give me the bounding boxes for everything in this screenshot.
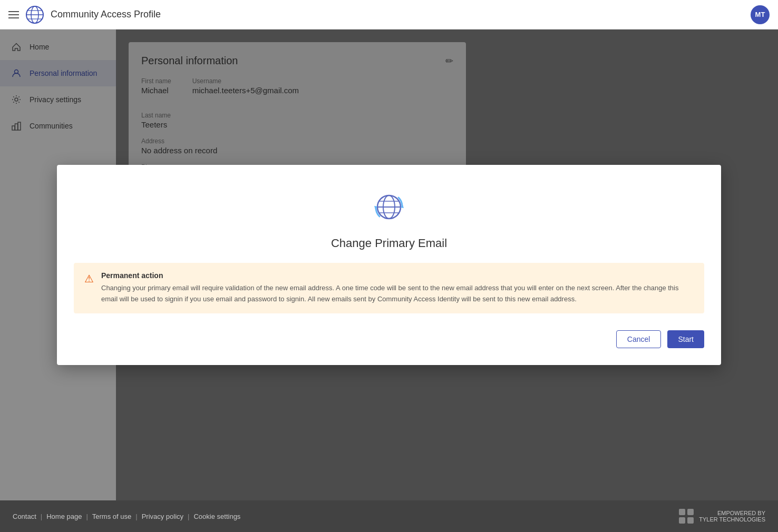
svg-rect-20 (687, 517, 694, 524)
user-avatar[interactable]: MT (751, 5, 770, 24)
menu-button[interactable] (8, 11, 19, 18)
cancel-button[interactable]: Cancel (616, 330, 662, 348)
footer-link-privacy[interactable]: Privacy policy (142, 513, 183, 520)
header-left: Community Access Profile (8, 5, 161, 24)
warning-icon: ⚠ (84, 272, 94, 305)
app-title: Community Access Profile (51, 9, 161, 20)
svg-rect-17 (679, 509, 685, 515)
modal-actions: Cancel Start (74, 330, 704, 348)
app-header: Community Access Profile MT (0, 0, 778, 29)
modal-overlay: Change Primary Email ⚠ Permanent action … (0, 29, 778, 500)
change-email-icon (368, 186, 410, 228)
warning-title: Permanent action (101, 271, 694, 280)
warning-box: ⚠ Permanent action Changing your primary… (74, 263, 704, 313)
footer-link-home-page[interactable]: Home page (46, 513, 82, 520)
svg-rect-18 (687, 509, 694, 515)
modal-icon-area (74, 186, 704, 228)
warning-content: Permanent action Changing your primary e… (101, 271, 694, 305)
app-logo-icon (25, 5, 44, 24)
svg-rect-19 (679, 517, 685, 524)
tyler-logo-icon (678, 508, 695, 525)
start-button[interactable]: Start (667, 330, 704, 348)
footer-link-cookies[interactable]: Cookie settings (193, 513, 240, 520)
page-footer: Contact | Home page | Terms of use | Pri… (0, 500, 778, 532)
warning-text: Changing your primary email will require… (101, 283, 694, 305)
footer-link-terms[interactable]: Terms of use (92, 513, 131, 520)
footer-link-contact[interactable]: Contact (13, 513, 36, 520)
change-email-modal: Change Primary Email ⚠ Permanent action … (57, 165, 721, 365)
brand-text: EMPOWERED BY TYLER TECHNOLOGIES (699, 510, 765, 523)
modal-title: Change Primary Email (74, 237, 704, 250)
footer-links: Contact | Home page | Terms of use | Pri… (13, 513, 240, 520)
footer-brand: EMPOWERED BY TYLER TECHNOLOGIES (678, 508, 765, 525)
